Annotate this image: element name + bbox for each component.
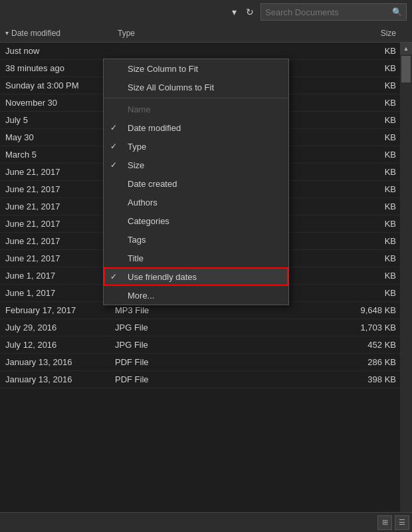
- context-menu-item-name: Name: [104, 100, 288, 118]
- file-date: July 29, 2016: [5, 323, 115, 332]
- context-menu-item-size-column-to-fit[interactable]: Size Column to Fit: [104, 59, 288, 78]
- context-menu-item-label: Type: [128, 142, 146, 152]
- context-menu-item-date-modified[interactable]: ✓Date modified: [104, 118, 288, 137]
- file-row[interactable]: Just nowKB: [0, 43, 412, 60]
- context-menu: Size Column to FitSize All Columns to Fi…: [103, 59, 289, 305]
- context-menu-item-label: Use friendly dates: [128, 272, 197, 282]
- chevron-down-icon[interactable]: ▾: [229, 5, 239, 19]
- context-menu-item-label: More...: [128, 291, 154, 301]
- file-date: June 21, 2017: [5, 201, 115, 211]
- search-bar: 🔍: [260, 3, 407, 21]
- context-menu-item-label: Size: [128, 160, 144, 170]
- context-menu-item-categories[interactable]: Categories: [104, 211, 288, 230]
- file-date: May 30: [5, 132, 115, 142]
- file-date: Sunday at 3:00 PM: [5, 80, 115, 90]
- file-row[interactable]: July 29, 2016JPG File1,703 KB: [0, 319, 412, 336]
- list-view-button[interactable]: ☰: [395, 515, 409, 530]
- context-menu-item-size[interactable]: ✓Size: [104, 156, 288, 174]
- file-date: June 1, 2017: [5, 288, 115, 298]
- context-menu-item-label: Tags: [128, 235, 146, 245]
- file-date: March 5: [5, 150, 115, 160]
- file-date: January 13, 2016: [5, 357, 115, 367]
- type-column-header[interactable]: Type: [115, 29, 359, 38]
- context-menu-item-label: Authors: [128, 198, 157, 207]
- context-menu-item-date-created[interactable]: Date created: [104, 174, 288, 193]
- file-date: July 12, 2016: [5, 340, 115, 350]
- file-type: JPG File: [115, 323, 359, 332]
- context-menu-item-label: Date modified: [128, 123, 181, 133]
- context-menu-item-label: Size Column to Fit: [128, 64, 198, 74]
- file-date: 38 minutes ago: [5, 63, 115, 73]
- file-date: June 1, 2017: [5, 271, 115, 281]
- file-date: Just now: [5, 46, 115, 56]
- context-menu-item-label: Name: [128, 104, 151, 114]
- grid-view-button[interactable]: ⊞: [377, 515, 392, 530]
- scroll-track: ▲: [400, 43, 412, 512]
- context-menu-item-title[interactable]: Title: [104, 249, 288, 267]
- context-menu-item-authors[interactable]: Authors: [104, 193, 288, 211]
- file-date: June 21, 2017: [5, 219, 115, 229]
- column-header-row: ▾ Date modified Type Size: [0, 24, 412, 43]
- context-menu-item-use-friendly-dates[interactable]: ✓Use friendly dates: [104, 267, 288, 286]
- size-column-header[interactable]: Size: [359, 29, 412, 38]
- file-date: June 21, 2017: [5, 184, 115, 194]
- check-icon: ✓: [110, 142, 117, 151]
- file-type: PDF File: [115, 357, 359, 367]
- top-bar: ▾ ↻ 🔍: [0, 0, 412, 24]
- file-date: June 21, 2017: [5, 167, 115, 177]
- context-menu-item-label: Title: [128, 253, 144, 263]
- context-menu-item-size-all-columns-to-fit[interactable]: Size All Columns to Fit: [104, 78, 288, 96]
- chevron-down-icon: ▾: [5, 29, 9, 37]
- file-row[interactable]: July 12, 2016JPG File452 KB: [0, 336, 412, 354]
- scroll-thumb[interactable]: [401, 56, 411, 82]
- file-date: June 21, 2017: [5, 236, 115, 246]
- file-date: June 21, 2017: [5, 253, 115, 263]
- file-date: July 5: [5, 115, 115, 125]
- file-row[interactable]: January 13, 2016PDF File286 KB: [0, 354, 412, 371]
- file-date: January 13, 2016: [5, 374, 115, 384]
- check-icon: ✓: [110, 272, 117, 281]
- check-icon: ✓: [110, 123, 117, 132]
- context-menu-item-type[interactable]: ✓Type: [104, 137, 288, 156]
- date-modified-column-header[interactable]: ▾ Date modified: [5, 29, 115, 38]
- file-date: February 17, 2017: [5, 305, 115, 315]
- search-icon[interactable]: 🔍: [392, 7, 402, 17]
- file-type: MP3 File: [115, 305, 359, 315]
- context-menu-item-more[interactable]: More...: [104, 286, 288, 305]
- file-row[interactable]: January 13, 2016PDF File398 KB: [0, 371, 412, 388]
- context-menu-item-label: Categories: [128, 216, 169, 226]
- file-type: PDF File: [115, 374, 359, 384]
- search-input[interactable]: [265, 7, 389, 17]
- file-type: JPG File: [115, 340, 359, 350]
- status-bar: ⊞ ☰: [0, 512, 412, 532]
- context-menu-item-label: Date created: [128, 179, 177, 189]
- refresh-icon[interactable]: ↻: [243, 5, 257, 19]
- context-menu-item-label: Size All Columns to Fit: [128, 82, 214, 92]
- check-icon: ✓: [110, 160, 117, 170]
- context-menu-item-tags[interactable]: Tags: [104, 230, 288, 249]
- scroll-up-button[interactable]: ▲: [400, 43, 412, 55]
- context-menu-separator: [104, 98, 288, 98]
- file-date: November 30: [5, 98, 115, 108]
